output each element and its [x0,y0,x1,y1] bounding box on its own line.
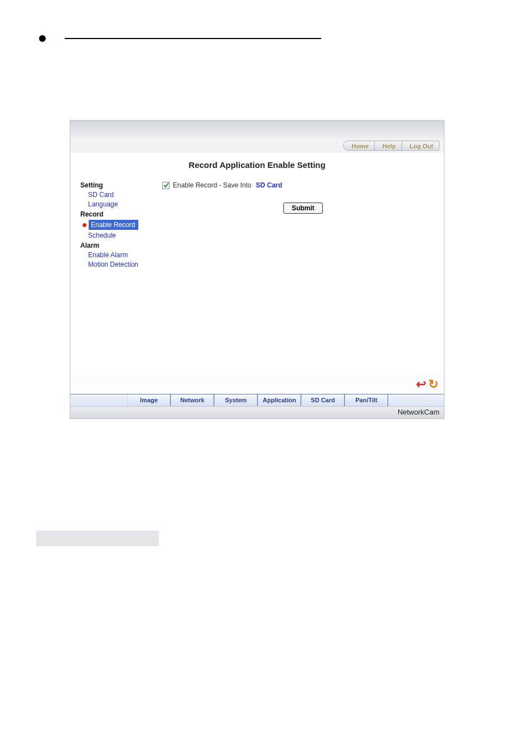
header-underline [65,38,321,39]
enable-record-checkbox[interactable] [162,182,170,189]
tab-pan-tilt[interactable]: Pan/Tilt [345,394,388,406]
sd-card-link[interactable]: SD Card [256,181,282,189]
sidebar-group-alarm: Alarm [80,242,162,249]
nav-help[interactable]: Help [375,141,402,151]
back-icon[interactable]: ↩ [416,377,426,392]
main-pane: Enable Record - Save Into SD Card Submit [162,152,444,375]
grey-placeholder [36,531,159,546]
check-icon [163,182,169,188]
sidebar-item-enable-alarm[interactable]: Enable Alarm [88,251,162,259]
window-top-strip [70,121,444,139]
sidebar-group-record: Record [80,210,162,218]
footer-brand: NetworkCam [70,406,444,418]
tab-application[interactable]: Application [258,394,301,406]
bullet-icon [39,35,46,42]
nav-logout[interactable]: Log Out [402,141,439,151]
active-indicator-icon [83,223,86,227]
submit-button[interactable]: Submit [283,203,323,214]
nav-home[interactable]: Home [343,141,375,151]
tab-network[interactable]: Network [171,394,214,406]
tab-system[interactable]: System [214,394,258,406]
sidebar-group-setting: Setting [80,181,162,189]
enable-record-label: Enable Record - Save Into [173,181,252,189]
document-header [0,0,532,47]
refresh-icon[interactable]: ↻ [428,377,438,392]
sidebar: Setting SD Card Language Record Enable R… [70,152,162,375]
tab-sd-card[interactable]: SD Card [301,394,345,406]
action-icon-row: ↩ ↻ [70,375,444,394]
page-title: Record Application Enable Setting [70,160,444,170]
sidebar-item-motion-detection[interactable]: Motion Detection [88,261,162,268]
sidebar-item-language[interactable]: Language [88,200,162,208]
sidebar-item-enable-record[interactable]: Enable Record [89,220,138,230]
content-area: Record Application Enable Setting Settin… [70,152,444,375]
sidebar-item-sd-card[interactable]: SD Card [88,191,162,199]
tab-spacer [70,394,127,406]
top-nav: Home Help Log Out [70,139,444,152]
bottom-tab-strip: Image Network System Application SD Card… [70,394,444,406]
enable-record-row: Enable Record - Save Into SD Card [162,181,444,189]
sidebar-item-schedule[interactable]: Schedule [88,232,162,239]
app-window: Home Help Log Out Record Application Ena… [70,120,444,419]
tab-image[interactable]: Image [127,394,171,406]
